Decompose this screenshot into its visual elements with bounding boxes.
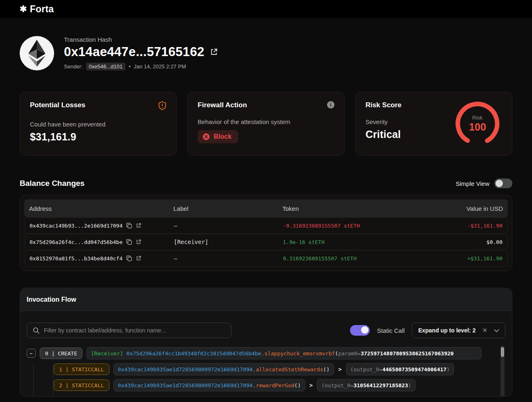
call-row-staticcall: 2 | STATICCALL 0x439cac149b935ae1d726569… — [54, 379, 482, 391]
risk-gauge: Risk 100 — [454, 100, 501, 147]
copy-icon[interactable] — [126, 239, 132, 245]
row-token: 9.316923689155507 stETH — [283, 255, 429, 262]
balance-changes-header: Balance Changes Simple View — [0, 156, 532, 188]
call-signature-chip[interactable]: 0x439cac149b935ae1d726569800972e1669d170… — [114, 379, 305, 391]
chevron-down-icon[interactable] — [494, 327, 499, 334]
clear-selection-icon[interactable]: ✕ — [482, 327, 487, 334]
vertical-scrollbar[interactable] — [500, 346, 505, 397]
top-bar: ✱ Forta — [0, 0, 532, 18]
block-status-badge: Block — [198, 130, 238, 143]
shield-alert-icon — [158, 101, 166, 112]
transaction-timestamp: Jan 14, 2025 2:27 PM — [134, 63, 186, 70]
firewall-action-subtitle: Behavior of the attestation system — [198, 118, 334, 125]
static-call-label: Static Call — [377, 327, 405, 334]
call-row-create: − 0 | CREATE [Receiver] 0x75d296a26f4cc1… — [27, 347, 482, 359]
search-icon — [33, 327, 40, 334]
row-label: [Receiver] — [174, 239, 283, 245]
paren: () — [323, 366, 330, 373]
tree-connector-line — [33, 364, 34, 397]
summary-cards: Potential Losses Could have been prevent… — [0, 70, 532, 156]
info-icon[interactable]: i — [327, 101, 334, 108]
ethereum-logo-icon — [20, 36, 54, 70]
call-depth-badge[interactable]: 1 | STATICCALL — [54, 364, 109, 375]
output-value: 31056412297185023 — [353, 382, 408, 388]
output-value: 44650073509474006417 — [382, 366, 447, 373]
call-signature-chip[interactable]: [Receiver] 0x75d296a26f4cc1b49348f02c381… — [86, 347, 482, 359]
potential-losses-card: Potential Losses Could have been prevent… — [20, 92, 177, 156]
call-tree: − 0 | CREATE [Receiver] 0x75d296a26f4cc1… — [27, 347, 496, 391]
param-key: param0= — [338, 350, 361, 357]
risk-gauge-label: Risk — [472, 115, 482, 121]
function-name: .rewardPerGod — [252, 382, 294, 388]
row-label: – — [174, 222, 283, 229]
paren: () — [294, 382, 301, 388]
tree-connector-line — [53, 364, 53, 397]
paren: ) — [446, 366, 450, 373]
firewall-action-card: Firewall Action i Behavior of the attest… — [187, 92, 344, 156]
column-address: Address — [29, 205, 173, 212]
risk-score-title: Risk Score — [366, 101, 402, 109]
external-link-icon[interactable] — [210, 48, 218, 56]
row-address: 0x75d296a26f4c...dd047d56b4be — [30, 239, 123, 245]
meta-bullet: • — [129, 63, 131, 70]
external-link-icon[interactable] — [136, 239, 141, 245]
simple-view-toggle[interactable] — [494, 178, 512, 188]
potential-losses-subtitle: Could have been prevented — [30, 121, 166, 128]
paren: ) — [408, 382, 412, 388]
param-value: 37259714807809538625167063920 — [361, 350, 454, 357]
collapse-icon[interactable]: − — [27, 349, 36, 358]
copy-icon[interactable] — [126, 223, 132, 228]
call-output-chip[interactable]: (output_0=31056412297185023) — [317, 379, 416, 391]
invocation-flow-title: Invocation Flow — [27, 296, 76, 303]
x-circle-icon — [202, 133, 210, 140]
table-row: 0x75d296a26f4c...dd047d56b4be [Receiver]… — [24, 234, 508, 250]
sender-address-chip[interactable]: 0xe546...d101 — [86, 63, 125, 70]
row-value-usd: $0.00 — [429, 239, 502, 245]
potential-losses-amount: $31,161.9 — [30, 131, 166, 143]
function-name: .allocatedStethRewards — [252, 366, 323, 373]
output-key: (output_0= — [321, 382, 353, 388]
transaction-hero: Transaction Hash 0x14ae447e...57165162 S… — [0, 18, 532, 70]
balance-changes-title: Balance Changes — [20, 179, 84, 188]
row-value-usd: -$31,161.90 — [429, 223, 502, 229]
call-depth-badge[interactable]: 0 | CREATE — [40, 348, 82, 359]
column-label: Label — [173, 205, 282, 212]
row-address: 0x8152970a81f5...b34be8d40cf4 — [30, 255, 123, 262]
contract-address: 0x439cac149b935ae1d726569800972e1669d170… — [118, 382, 253, 388]
filter-search-box[interactable] — [27, 323, 232, 338]
scrollbar-thumb[interactable] — [501, 347, 504, 357]
column-value-usd: Value in USD — [429, 205, 503, 212]
row-value-usd: +$31,161.90 — [429, 255, 502, 262]
call-depth-badge[interactable]: 2 | STATICCALL — [54, 379, 109, 391]
external-link-icon[interactable] — [136, 223, 141, 228]
column-token: Token — [282, 205, 429, 212]
paren: ( — [335, 350, 338, 357]
contract-address: 0x75d296a26f4cc1b49348f02c3815dd047d56b4… — [127, 350, 261, 357]
output-key: (output_0= — [350, 366, 382, 373]
transaction-hash-value: 0x14ae447e...57165162 — [64, 45, 204, 59]
call-row-staticcall: 1 | STATICCALL 0x439cac149b935ae1d726569… — [54, 363, 482, 375]
filter-search-input[interactable] — [44, 327, 225, 334]
firewall-action-title: Firewall Action — [198, 101, 247, 109]
external-link-icon[interactable] — [136, 255, 141, 261]
receiver-tag: [Receiver] — [91, 350, 123, 357]
call-output-chip[interactable]: (output_0=44650073509474006417) — [346, 363, 455, 375]
table-header-row: Address Label Token Value in USD — [24, 199, 508, 217]
expand-level-select[interactable]: Expand up to level: 2 ✕ — [412, 323, 505, 338]
block-badge-label: Block — [214, 133, 232, 140]
forta-star-icon: ✱ — [20, 4, 27, 14]
potential-losses-title: Potential Losses — [30, 101, 85, 109]
expand-level-value: Expand up to level: 2 — [418, 327, 475, 334]
risk-gauge-value: 100 — [469, 121, 486, 133]
row-token: -9.316923689155507 stETH — [283, 223, 429, 229]
forta-logo-text: Forta — [30, 4, 54, 15]
copy-icon[interactable] — [126, 255, 132, 261]
result-arrow-icon: > — [338, 366, 341, 373]
call-signature-chip[interactable]: 0x439cac149b935ae1d726569800972e1669d170… — [114, 363, 334, 375]
risk-score-card: Risk Score Severity Critical Risk 100 — [355, 92, 512, 156]
table-row: 0x439cac149b93...2e1669d17094 – -9.31692… — [24, 217, 508, 234]
static-call-toggle[interactable] — [350, 325, 370, 336]
table-row: 0x8152970a81f5...b34be8d40cf4 – 9.316923… — [24, 250, 508, 266]
contract-address: 0x439cac149b935ae1d726569800972e1669d170… — [118, 366, 253, 373]
forta-logo[interactable]: ✱ Forta — [20, 4, 54, 15]
